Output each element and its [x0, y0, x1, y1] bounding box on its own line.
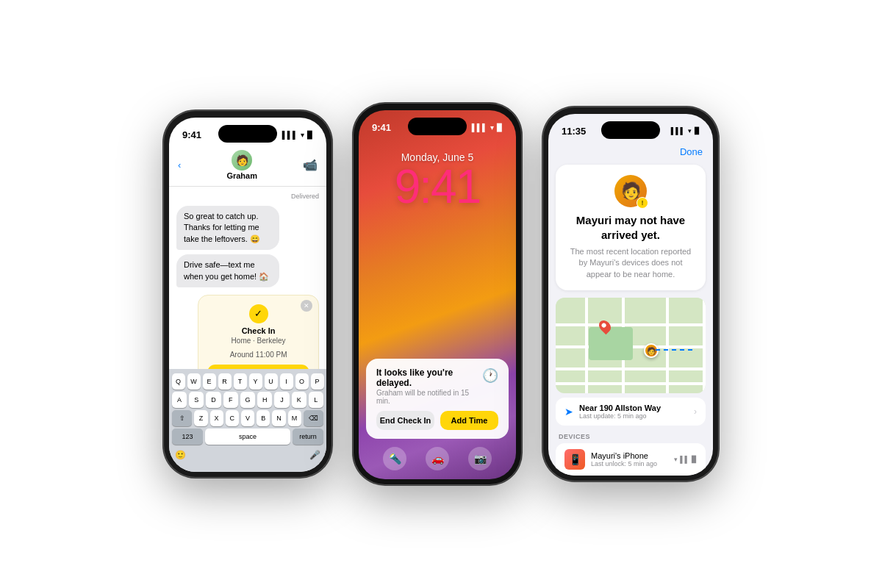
status-icons-3: ▌▌▌ ▾ ▉: [671, 127, 700, 135]
devices-list: 📱 Mayuri's iPhone Last unlock: 5 min ago…: [556, 443, 706, 476]
key-space[interactable]: space: [205, 429, 290, 445]
checkin-checkmark-icon: ✓: [207, 304, 309, 323]
wifi-status-icon: ▾: [674, 456, 678, 463]
checkin-time: Around 11:00 PM: [207, 351, 309, 359]
done-button[interactable]: Done: [680, 146, 703, 157]
key-m[interactable]: M: [288, 410, 301, 426]
mic-button[interactable]: 🎤: [309, 450, 320, 460]
device-iphone-name: Mayuri's iPhone: [591, 451, 674, 460]
key-r[interactable]: R: [218, 373, 232, 390]
mayuri-avatar: 🧑 !: [614, 175, 647, 207]
location-name: Near 190 Allston Way: [579, 404, 694, 412]
key-s[interactable]: S: [189, 392, 204, 408]
device-iphone-status: Last unlock: 5 min ago: [591, 460, 674, 467]
phone-findmy: 11:35 ▌▌▌ ▾ ▉ Done 🧑 !: [542, 107, 719, 481]
key-j[interactable]: J: [274, 392, 289, 408]
lockscreen-screen: 9:41 ▌▌▌ ▾ ▉ Monday, June 5 9:41 I: [359, 110, 516, 479]
signal-icon-2: ▌▌▌: [472, 123, 487, 132]
phone-lockscreen: 9:41 ▌▌▌ ▾ ▉ Monday, June 5 9:41 I: [353, 103, 522, 485]
keyboard: Q W E R T Y U I O P A S D: [169, 369, 326, 472]
iphone-device-icon: 📱: [564, 449, 585, 470]
emoji-button[interactable]: 🙂: [175, 450, 186, 460]
checkin-location: Home · Berkeley: [207, 337, 309, 345]
key-return[interactable]: return: [293, 429, 323, 445]
key-i[interactable]: I: [280, 373, 293, 390]
key-n[interactable]: N: [272, 410, 285, 426]
key-t[interactable]: T: [234, 373, 247, 390]
dynamic-island-1: [218, 125, 277, 143]
key-z[interactable]: Z: [194, 410, 207, 426]
dynamic-island-2: [408, 118, 467, 135]
device-row-iphone[interactable]: 📱 Mayuri's iPhone Last unlock: 5 min ago…: [556, 443, 706, 476]
key-v[interactable]: V: [241, 410, 254, 426]
devices-section: DEVICES 📱 Mayuri's iPhone Last unlock: 5…: [556, 433, 706, 476]
status-time-3: 11:35: [562, 126, 586, 137]
wifi-icon-1: ▾: [301, 131, 304, 139]
delay-title: It looks like you're delayed.: [376, 368, 482, 388]
alert-badge-icon: !: [637, 197, 648, 209]
wifi-icon-3: ▾: [688, 127, 692, 135]
key-w[interactable]: W: [187, 373, 201, 390]
key-q[interactable]: Q: [172, 373, 185, 390]
device-iphone-info: Mayuri's iPhone Last unlock: 5 min ago: [591, 451, 674, 467]
location-update-time: Last update: 5 min ago: [579, 412, 694, 420]
lock-dock: 🔦 🚗 📷: [359, 447, 516, 470]
camera-icon[interactable]: 📷: [468, 447, 492, 470]
signal-status-icon: ▌▌: [680, 456, 689, 463]
map-area: 🧑: [556, 298, 706, 393]
key-l[interactable]: L: [309, 392, 323, 408]
messages-screen: 9:41 ▌▌▌ ▾ ▉ ‹ 🧑 Graham: [169, 118, 326, 472]
checkin-close-button[interactable]: ✕: [301, 300, 312, 312]
delay-card: It looks like you're delayed. Graham wil…: [366, 359, 509, 439]
battery-icon-1: ▉: [307, 131, 313, 139]
key-shift[interactable]: ⇧: [172, 410, 192, 426]
map-route-line: [656, 349, 692, 351]
key-f[interactable]: F: [223, 392, 238, 408]
alert-title: Mayuri may not have arrived yet.: [566, 213, 695, 242]
end-checkin-button[interactable]: End Check In: [376, 411, 434, 430]
messages-body: Delivered So great to catch up. Thanks f…: [169, 187, 326, 399]
key-u[interactable]: U: [265, 373, 278, 390]
wifi-icon-2: ▾: [490, 123, 494, 132]
key-h[interactable]: H: [257, 392, 272, 408]
alert-card: 🧑 ! Mayuri may not have arrived yet. The…: [556, 165, 706, 290]
map-user-pin: 🧑: [644, 343, 659, 358]
key-a[interactable]: A: [172, 392, 187, 408]
phones-container: 9:41 ▌▌▌ ▾ ▉ ‹ 🧑 Graham: [141, 81, 741, 507]
delivered-label: Delivered: [176, 193, 319, 200]
findmy-screen: 11:35 ▌▌▌ ▾ ▉ Done 🧑 !: [548, 114, 713, 476]
devices-label: DEVICES: [556, 433, 706, 443]
lock-time: 9:41: [395, 163, 481, 210]
bubble-received-2: Drive safe—text me when you get home! 🏠: [176, 254, 279, 287]
delay-clock-icon: 🕐: [482, 368, 498, 384]
bubble-received-1: So great to catch up. Thanks for letting…: [176, 206, 279, 250]
key-p[interactable]: P: [311, 373, 324, 390]
battery-icon-2: ▉: [497, 123, 503, 132]
facetime-button[interactable]: 📹: [303, 158, 318, 172]
key-c[interactable]: C: [226, 410, 239, 426]
key-b[interactable]: B: [257, 410, 270, 426]
contact-avatar: 🧑: [232, 150, 252, 171]
phone-messages: 9:41 ▌▌▌ ▾ ▉ ‹ 🧑 Graham: [163, 110, 332, 478]
location-row[interactable]: ➤ Near 190 Allston Way Last update: 5 mi…: [556, 398, 706, 426]
battery-icon-3: ▉: [695, 127, 700, 135]
key-k[interactable]: K: [292, 392, 306, 408]
dynamic-island-3: [601, 121, 660, 139]
key-backspace[interactable]: ⌫: [304, 410, 323, 426]
key-g[interactable]: G: [240, 392, 255, 408]
key-e[interactable]: E: [203, 373, 216, 390]
key-d[interactable]: D: [206, 392, 220, 408]
contact-area[interactable]: 🧑 Graham: [226, 150, 257, 180]
back-chevron: ‹: [178, 159, 181, 171]
back-button[interactable]: ‹: [178, 159, 181, 171]
key-x[interactable]: X: [210, 410, 223, 426]
key-123[interactable]: 123: [172, 429, 203, 445]
location-info: Near 190 Allston Way Last update: 5 min …: [579, 404, 694, 420]
add-time-button[interactable]: Add Time: [440, 411, 498, 430]
key-y[interactable]: Y: [249, 373, 262, 390]
alert-description: The most recent location reported by May…: [566, 246, 695, 280]
key-o[interactable]: O: [295, 373, 309, 390]
driving-icon[interactable]: 🚗: [426, 447, 449, 470]
status-time-1: 9:41: [182, 129, 201, 140]
flashlight-icon[interactable]: 🔦: [383, 447, 406, 470]
